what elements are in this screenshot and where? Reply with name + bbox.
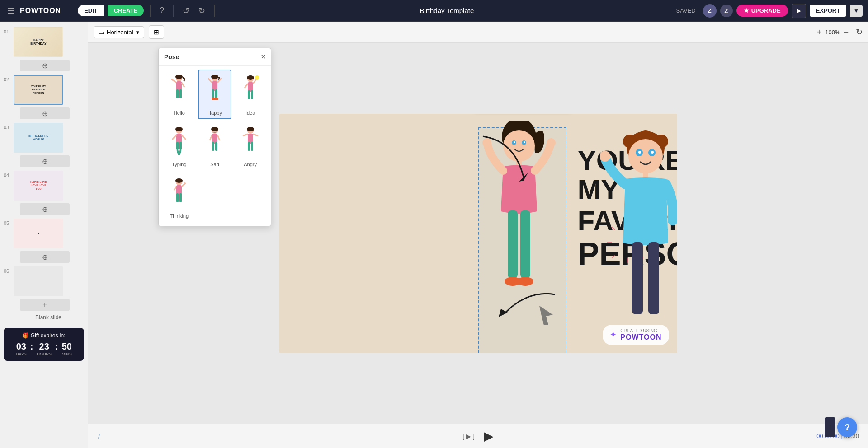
divider [214, 5, 215, 17]
gift-box: 🎁 Gift expires in: 03 DAYS : 23 HOURS : … [4, 328, 84, 361]
pose-item-sad[interactable]: Sad [198, 121, 232, 171]
zoom-in-button[interactable]: + [817, 28, 822, 37]
svg-point-34 [211, 127, 218, 131]
pose-item-happy[interactable]: Happy [198, 70, 232, 119]
top-navigation: ☰ POWTOON EDIT CREATE ? ↺ ↻ Birthday Tem… [0, 0, 868, 22]
pose-panel-close-button[interactable]: × [261, 53, 265, 61]
slide-number: 01 [4, 27, 11, 34]
svg-line-6 [182, 83, 184, 87]
svg-rect-36 [212, 142, 214, 151]
create-button[interactable]: CREATE [108, 5, 144, 16]
music-icon[interactable]: ♪ [97, 431, 101, 441]
hamburger-menu-icon[interactable]: ☰ [5, 4, 16, 18]
slide-thumbnail[interactable] [14, 266, 63, 296]
canvas[interactable]: ⇄ SWAP 🏃 ⚔ ⚙ ⚙ [279, 114, 677, 353]
slide-item-4[interactable]: 04 I LOVE LOVELOVE LOVEYOU [0, 169, 88, 202]
slide-item-1[interactable]: 01 HAPPYBIRTHDAY [0, 25, 88, 59]
svg-point-1 [175, 75, 183, 79]
svg-rect-27 [176, 142, 179, 150]
add-slide-button[interactable]: ⊕ [20, 60, 70, 71]
svg-point-85 [638, 151, 641, 154]
save-status: SAVED [676, 7, 696, 14]
watermark: ✦ CREATED USING POWTOON [603, 325, 669, 345]
export-button[interactable]: EXPORT [810, 5, 846, 17]
watermark-logo: ✦ [610, 330, 617, 340]
pose-item-hello[interactable]: Hello [162, 70, 196, 119]
pose-item-typing[interactable]: Typing [162, 121, 196, 171]
pose-item-idea[interactable]: Idea [233, 70, 267, 119]
pose-label-thinking: Thinking [170, 213, 189, 219]
grid-button[interactable]: ⊞ [149, 25, 164, 39]
slide-item-3[interactable]: 03 IN THE ENTIREWORLD! [0, 121, 88, 154]
male-character[interactable] [600, 126, 677, 353]
zoom-controls: + 100% − ↻ [817, 27, 863, 37]
svg-point-48 [175, 178, 183, 183]
preview-button[interactable]: ▶ [792, 4, 806, 18]
main-area: 01 HAPPYBIRTHDAY ⊕ 02 YOU'RE MYFAV♥RITEP… [0, 22, 868, 448]
svg-line-21 [245, 84, 248, 88]
play-button[interactable]: ▶ [484, 429, 494, 443]
slide-number: 04 [4, 171, 11, 178]
canvas-bottom-arrow [492, 290, 560, 326]
undo-icon[interactable]: ↺ [180, 4, 192, 18]
svg-point-86 [651, 151, 654, 154]
svg-marker-91 [499, 309, 508, 317]
avatar[interactable]: Z [703, 4, 717, 18]
add-slide-button-blank[interactable]: ＋ [20, 299, 70, 311]
days-unit: 03 DAYS [16, 341, 27, 356]
slide-item-6[interactable]: 06 [0, 265, 88, 298]
add-slide-button[interactable]: ⊕ [20, 203, 70, 215]
slide-add-row: ⊕ [10, 59, 88, 71]
svg-point-25 [175, 127, 183, 131]
slide-thumbnail[interactable]: IN THE ENTIREWORLD! [14, 123, 63, 153]
slide-thumbnail[interactable]: I LOVE LOVELOVE LOVEYOU [14, 171, 63, 201]
redo-icon[interactable]: ↻ [196, 4, 208, 18]
watermark-text: CREATED USING POWTOON [620, 328, 661, 341]
slide-thumbnail[interactable]: HAPPYBIRTHDAY [14, 27, 63, 57]
slide-thumbnail[interactable]: YOU'RE MYFAV♥RITEPERSON [14, 75, 63, 105]
help-icon[interactable]: ? [157, 4, 167, 17]
add-slide-button[interactable]: ⊕ [20, 107, 70, 119]
svg-rect-11 [215, 89, 217, 98]
edit-button[interactable]: EDIT [78, 5, 104, 16]
blank-slide-label: Blank slide [0, 313, 88, 324]
days-label: DAYS [16, 352, 27, 356]
more-options-button[interactable]: ⋮ [825, 417, 835, 437]
divider [173, 5, 174, 17]
orientation-select[interactable]: ▭ Horizontal ▾ [94, 26, 144, 38]
svg-rect-4 [179, 89, 182, 98]
svg-marker-77 [519, 173, 528, 182]
pose-figure-sad [201, 125, 228, 161]
hours-number: 23 [37, 341, 52, 352]
pose-label-typing: Typing [172, 162, 186, 167]
zoom-out-button[interactable]: − [844, 28, 849, 37]
bracket-button[interactable]: [ ▶ ] [462, 433, 475, 440]
add-slide-button[interactable]: ⊕ [20, 251, 70, 263]
pose-label-idea: Idea [245, 110, 255, 116]
svg-point-8 [211, 75, 218, 79]
svg-point-15 [215, 98, 218, 100]
export-dropdown-arrow[interactable]: ▼ [850, 5, 863, 17]
svg-rect-43 [248, 142, 250, 151]
svg-rect-50 [176, 193, 179, 202]
slide-thumbnail[interactable]: ♥ [14, 219, 63, 248]
svg-line-5 [171, 79, 176, 83]
add-slide-button[interactable]: ⊕ [20, 155, 70, 167]
pose-panel: Pose × [158, 48, 271, 226]
pose-figure-idea [237, 73, 264, 109]
help-button[interactable]: ? [837, 417, 857, 437]
slide-item-2[interactable]: 02 YOU'RE MYFAV♥RITEPERSON [0, 73, 88, 107]
svg-rect-3 [176, 89, 179, 98]
pose-item-thinking[interactable]: Thinking [162, 173, 196, 222]
rotate-button[interactable]: ↻ [856, 27, 863, 37]
svg-point-54 [184, 182, 186, 184]
svg-point-63 [547, 138, 556, 147]
more-icon: ⋮ [827, 424, 833, 431]
pose-item-angry[interactable]: Angry [233, 121, 267, 171]
center-area: Pose × [88, 22, 868, 448]
logo-text: POWTOON [20, 7, 61, 15]
svg-line-22 [253, 79, 256, 84]
slide-item-5[interactable]: 05 ♥ [0, 217, 88, 250]
upgrade-button[interactable]: ★ UPGRADE [736, 5, 788, 17]
upgrade-icon: ★ [744, 7, 749, 14]
